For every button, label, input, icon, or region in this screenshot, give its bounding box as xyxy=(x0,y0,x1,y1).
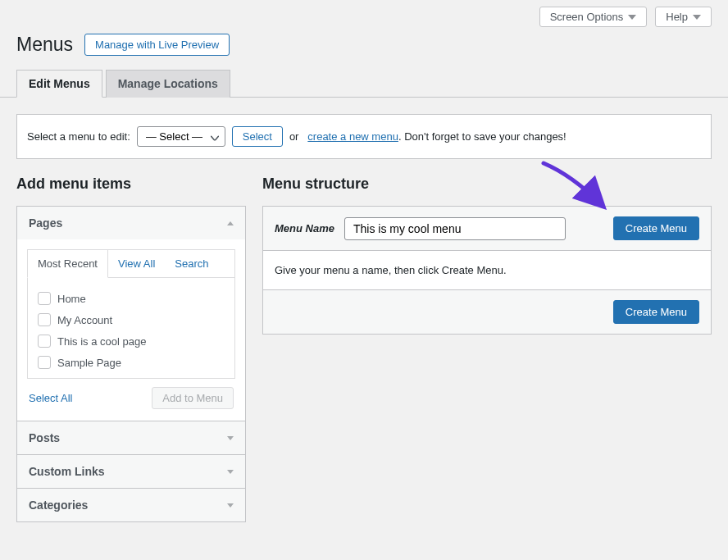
reminder-text: . Don't forget to save your changes! xyxy=(398,130,566,143)
chevron-down-icon xyxy=(628,15,636,20)
page-item: Sample Page xyxy=(38,352,225,373)
add-items-accordion: Pages Most Recent View All Search xyxy=(16,206,246,522)
chevron-down-icon xyxy=(227,503,234,508)
chevron-up-icon xyxy=(227,221,234,225)
chevron-down-icon xyxy=(227,436,234,440)
accordion-categories-header[interactable]: Categories xyxy=(17,489,245,521)
accordion-posts-header[interactable]: Posts xyxy=(17,421,245,454)
subtab-most-recent[interactable]: Most Recent xyxy=(27,249,108,278)
subtab-view-all[interactable]: View All xyxy=(108,250,165,277)
page-checkbox[interactable] xyxy=(38,292,51,305)
accordion-custom-links-header[interactable]: Custom Links xyxy=(17,455,245,488)
page-checkbox[interactable] xyxy=(38,313,51,326)
help-label: Help xyxy=(666,11,688,23)
page-item: My Account xyxy=(38,309,225,330)
subtab-search[interactable]: Search xyxy=(165,250,218,277)
page-item: Home xyxy=(38,288,225,309)
page-item-label: Home xyxy=(57,293,86,305)
tab-manage-locations[interactable]: Manage Locations xyxy=(106,70,230,98)
screen-options-label: Screen Options xyxy=(550,11,624,23)
chevron-down-icon xyxy=(693,15,701,20)
page-checkbox[interactable] xyxy=(38,356,51,369)
add-to-menu-button[interactable]: Add to Menu xyxy=(152,387,234,409)
create-menu-button-top[interactable]: Create Menu xyxy=(613,216,699,240)
menu-name-label: Menu Name xyxy=(275,222,334,234)
page-title: Menus xyxy=(16,34,73,56)
menu-select-bar: Select a menu to edit: — Select — Select… xyxy=(16,114,712,159)
select-all-link[interactable]: Select All xyxy=(29,392,72,404)
menu-structure-panel: Menu Name Create Menu Give your menu a n… xyxy=(262,206,712,335)
select-menu-button[interactable]: Select xyxy=(232,126,283,147)
page-item-label: My Account xyxy=(57,314,112,326)
help-button[interactable]: Help xyxy=(655,7,712,27)
or-text: or xyxy=(289,130,299,143)
screen-options-button[interactable]: Screen Options xyxy=(539,7,648,27)
accordion-categories-label: Categories xyxy=(29,499,88,512)
page-checkbox[interactable] xyxy=(38,335,51,348)
menu-select-dropdown[interactable]: — Select — xyxy=(137,126,225,147)
live-preview-button[interactable]: Manage with Live Preview xyxy=(84,34,230,56)
page-item-label: This is a cool page xyxy=(57,335,146,348)
create-menu-button-bottom[interactable]: Create Menu xyxy=(613,300,699,324)
menu-structure-instruction: Give your menu a name, then click Create… xyxy=(263,251,711,290)
accordion-pages-body: Most Recent View All Search Home My xyxy=(17,239,245,421)
accordion-pages-label: Pages xyxy=(29,216,62,230)
accordion-posts-label: Posts xyxy=(29,431,60,444)
menu-name-input[interactable] xyxy=(344,217,566,240)
chevron-down-icon xyxy=(227,470,234,474)
accordion-pages-header[interactable]: Pages xyxy=(17,207,245,239)
menu-structure-heading: Menu structure xyxy=(262,175,712,193)
page-item-label: Sample Page xyxy=(57,357,121,369)
create-new-menu-link[interactable]: create a new menu xyxy=(307,130,398,143)
menu-select-prompt: Select a menu to edit: xyxy=(27,130,130,143)
add-menu-items-heading: Add menu items xyxy=(16,175,246,193)
accordion-custom-links-label: Custom Links xyxy=(29,465,105,478)
tab-edit-menus[interactable]: Edit Menus xyxy=(16,70,102,98)
page-item: This is a cool page xyxy=(38,330,225,352)
